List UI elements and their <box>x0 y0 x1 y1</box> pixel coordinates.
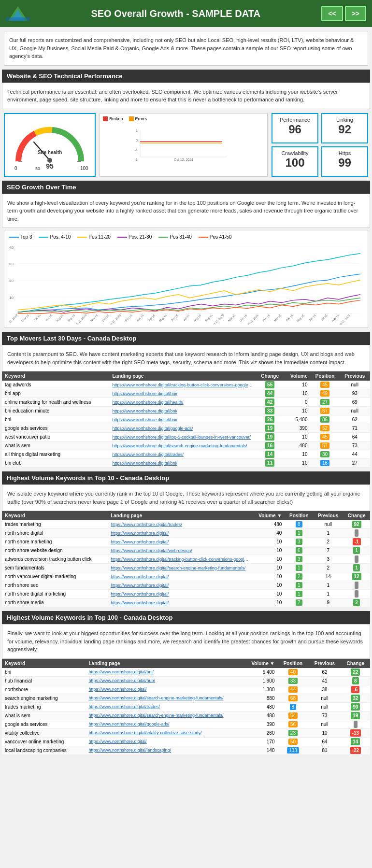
url-cell[interactable]: https://www.northshore.digital/tracking-… <box>108 555 251 564</box>
svg-text:May 15: May 15 <box>158 313 167 322</box>
broken-icon <box>103 116 108 121</box>
top10-table: Keyword Landing page Volume ▼ Position P… <box>2 511 370 607</box>
svg-text:Dec 15: Dec 15 <box>101 313 110 322</box>
keyword-cell: sem fundamentals <box>2 564 108 572</box>
keyword-cell: north shore digital <box>2 529 108 538</box>
previous-cell: 1 <box>313 529 343 538</box>
url-cell[interactable]: https://www.northshore.digital/google-ad… <box>109 424 256 433</box>
url-cell[interactable]: https://www.northshore.digital/landscapi… <box>86 746 242 754</box>
url-cell[interactable]: https://www.northshore.digital/search-en… <box>86 711 242 720</box>
position-cell: 56 <box>277 720 308 728</box>
keyword-cell: adwords conversion tracking button click <box>2 555 108 564</box>
url-cell[interactable]: https://www.northshore.digital/ <box>86 685 242 694</box>
change-cell: 55 <box>256 381 284 389</box>
col-change: Change <box>256 371 284 381</box>
position-cell: 6 <box>285 546 313 555</box>
previous-cell: 3 <box>313 555 343 564</box>
top100-table: Keyword Landing page Volume ▼ Position P… <box>2 659 370 755</box>
url-cell[interactable]: https://www.northshore.digital/ <box>108 572 251 581</box>
volume-cell: 10 <box>284 459 310 468</box>
previous-cell: 2 <box>313 564 343 572</box>
table-row: north shore website design https://www.n… <box>2 546 370 555</box>
top-movers-header: Top Movers Last 30 Days - Canada Desktop <box>2 332 370 345</box>
svg-text:10: 10 <box>9 296 14 300</box>
volume-cell: 10 <box>284 381 310 389</box>
position-cell: 8 <box>277 702 308 711</box>
col-volume: Volume <box>284 371 310 381</box>
url-cell[interactable]: https://www.northshore.digital/vitality-… <box>86 728 242 737</box>
volume-cell: 10 <box>252 538 285 546</box>
volume-cell: 10 <box>252 572 285 581</box>
url-cell[interactable]: https://www.northshore.digital/ <box>108 538 251 546</box>
previous-cell: null <box>340 381 370 389</box>
change-cell: 42 <box>256 398 284 407</box>
url-cell[interactable]: https://www.northshore.digital/bni/ <box>109 415 256 424</box>
seo-growth-header: SEO Growth Over Time <box>2 181 370 194</box>
change-cell: 19 <box>341 711 370 720</box>
url-cell[interactable]: https://www.northshore.digital/ <box>108 529 251 538</box>
previous-cell: 71 <box>340 424 370 433</box>
url-cell[interactable]: https://www.northshore.digital/search-en… <box>108 564 251 572</box>
next-button[interactable]: >> <box>345 6 366 21</box>
t100-col-previous: Previous <box>308 659 341 668</box>
position-cell: 45 <box>310 433 339 441</box>
url-cell[interactable]: https://www.northshore.digital/trades/ <box>108 520 251 529</box>
url-cell[interactable]: https://www.northshore.digital/ <box>108 581 251 590</box>
url-cell[interactable]: https://www.northshore.digital/health/ <box>109 398 256 407</box>
position-cell: 36 <box>310 415 339 424</box>
table-row: trades marketing https://www.northshore.… <box>2 702 370 711</box>
svg-text:Sep 15: Sep 15 <box>205 313 214 322</box>
volume-cell: 1,900 <box>242 676 278 685</box>
position-cell: 1 <box>285 581 313 590</box>
position-cell: 1 <box>285 564 313 572</box>
url-cell[interactable]: https://www.northshore.digital/bni/ <box>109 407 256 415</box>
position-cell: 68 <box>277 694 308 702</box>
url-cell[interactable]: https://www.northshore.digital/ <box>108 590 251 598</box>
change-cell <box>343 590 370 598</box>
volume-cell: 1,300 <box>242 685 278 694</box>
keyword-cell: local landscaping companies <box>2 746 86 754</box>
position-cell: 57 <box>310 441 339 450</box>
url-cell[interactable]: https://www.northshore.digital/ <box>86 737 242 746</box>
prev-button[interactable]: << <box>321 6 343 21</box>
svg-text:40: 40 <box>9 245 14 250</box>
change-cell: 1 <box>343 546 370 555</box>
change-cell: 19 <box>256 433 284 441</box>
svg-text:-1: -1 <box>135 158 138 161</box>
volume-cell: 480 <box>284 441 310 450</box>
svg-text:Apr 15: Apr 15 <box>148 313 156 322</box>
table-row: online marketing for health and wellness… <box>2 398 370 407</box>
url-cell[interactable]: https://www.northshore.digital/trades/ <box>109 450 256 459</box>
volume-cell: 10 <box>284 407 310 415</box>
svg-rect-2 <box>6 17 30 21</box>
position-cell: 45 <box>310 381 339 389</box>
url-cell[interactable]: https://www.northshore.digital/ <box>108 598 251 607</box>
keyword-cell: google ads services <box>2 424 109 433</box>
t10-col-keyword: Keyword <box>2 511 108 520</box>
t10-col-volume: Volume ▼ <box>252 511 285 520</box>
url-cell[interactable]: https://www.northshore.digital/search-en… <box>109 441 256 450</box>
volume-cell: 5,400 <box>242 668 278 677</box>
position-cell: 3 <box>285 538 313 546</box>
url-cell[interactable]: https://www.northshore.digital/trades/ <box>86 702 242 711</box>
keyword-cell: vitality collective <box>2 728 86 737</box>
table-row: north shore digital https://www.northsho… <box>2 529 370 538</box>
url-cell[interactable]: https://www.northshore.digital/bni/ <box>109 459 256 468</box>
url-cell[interactable]: https://www.northshore.digital/search-en… <box>86 694 242 702</box>
position-cell: 30 <box>310 450 339 459</box>
url-cell[interactable]: https://www.northshore.digital/hub/ <box>86 676 242 685</box>
table-row: trades marketing https://www.northshore.… <box>2 520 370 529</box>
url-cell[interactable]: https://www.northshore.digital/tracking-… <box>109 381 256 389</box>
url-cell[interactable]: https://www.northshore.digital/bni/ <box>109 389 256 398</box>
url-cell[interactable]: https://www.northshore.digital/web-desig… <box>108 546 251 555</box>
url-cell[interactable]: https://www.northshore.digital/bni/ <box>86 668 242 677</box>
url-cell[interactable]: https://www.northshore.digital/top-5-coc… <box>109 433 256 441</box>
position-cell: 1 <box>285 529 313 538</box>
previous-cell: 7 <box>313 546 343 555</box>
svg-text:Mar 15: Mar 15 <box>136 313 144 322</box>
pos21-30-icon <box>117 237 127 238</box>
growth-chart-area: Top 3 Pos. 4-10 Pos 11-20 Pos. 21-30 Pos… <box>4 230 368 328</box>
keyword-cell: search engine marketing <box>2 694 86 702</box>
position-cell: 44 <box>277 685 308 694</box>
url-cell[interactable]: https://www.northshore.digital/google-ad… <box>86 720 242 728</box>
